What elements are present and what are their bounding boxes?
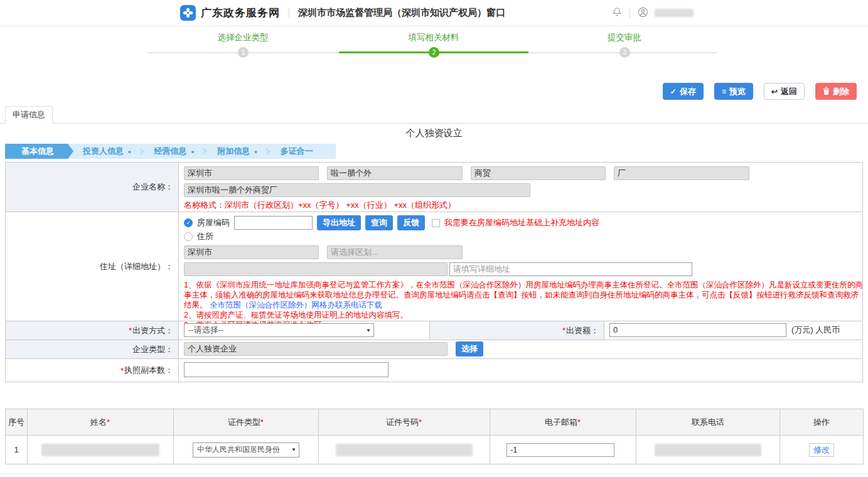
- grid-office-phone-link[interactable]: 全市范围（深汕合作区除外）网格办联系电话下载: [210, 301, 382, 309]
- step-label-3: 提交审批: [562, 32, 687, 43]
- row-index: 1: [6, 436, 28, 464]
- funding-amount-label: *出资额：: [429, 321, 604, 340]
- email-input[interactable]: [506, 443, 614, 457]
- address-label: 住址（详细地址）：: [6, 212, 178, 321]
- company-type-label: 企业类型：: [6, 340, 178, 358]
- phone-redacted: [655, 444, 761, 456]
- header-divider: [630, 8, 630, 18]
- col-name: 姓名*: [28, 409, 174, 436]
- col-cert-no: 证件号码*: [319, 409, 490, 436]
- district-select-input: [327, 245, 463, 259]
- section-subtabs: 基本信息 投资人信息• 经营信息• 附加信息• 多证合一: [5, 144, 336, 159]
- brand-logo-icon: [180, 5, 196, 21]
- house-code-radio-label: 房屋编码: [197, 217, 230, 228]
- delete-button[interactable]: 删除: [815, 83, 857, 100]
- notice-line-2: 2、请按照房产证、租赁凭证等场地使用证明上的地址内容填写。: [184, 310, 864, 320]
- top-header: 广东政务服务网 深圳市市场监督管理局（深圳市知识产权局）窗口: [0, 0, 868, 26]
- col-index: 序号: [6, 409, 28, 436]
- bell-icon[interactable]: [612, 7, 622, 19]
- col-cert-type: 证件类型*: [174, 409, 319, 436]
- check-icon: ✓: [670, 88, 677, 95]
- supplement-address-checkbox-label: 我需要在房屋编码地址基础上补充地址内容: [444, 217, 599, 228]
- col-action: 操作: [780, 409, 864, 436]
- step-label-2: 填写相关材料: [371, 32, 496, 43]
- full-company-name-input: [184, 183, 530, 197]
- header-divider: [289, 8, 289, 18]
- tab-application-info[interactable]: 申请信息: [5, 106, 53, 124]
- subtab-investor-info[interactable]: 投资人信息•: [77, 144, 137, 159]
- subtab-business-info[interactable]: 经营信息•: [148, 144, 201, 159]
- trash-icon: [823, 87, 830, 96]
- funding-method-select[interactable]: --请选择-- ▼: [184, 323, 374, 337]
- col-phone: 联系电话: [636, 409, 780, 436]
- user-avatar-icon[interactable]: [638, 7, 648, 19]
- step-label-1: 选择企业类型: [180, 32, 306, 43]
- name-redacted: [41, 444, 159, 456]
- wizard-stepper: 选择企业类型 填写相关材料 提交审批 1 2 3: [0, 26, 868, 63]
- username-redacted: [655, 9, 694, 17]
- name-format-hint: 名称格式：深圳市（行政区划）+xx（字号） +xx（行业） +xx（组织形式）: [184, 200, 857, 211]
- address-base-input: [184, 262, 447, 276]
- subtab-basic-info[interactable]: 基本信息: [5, 144, 68, 159]
- license-copies-label: *执照副本数：: [6, 359, 178, 382]
- query-button[interactable]: 查询: [365, 215, 393, 230]
- dot-icon: •: [191, 147, 195, 156]
- office-title: 深圳市市场监督管理局（深圳市知识产权局）窗口: [298, 7, 505, 19]
- dropdown-arrow-icon: ▼: [366, 328, 371, 333]
- company-name-label: 企业名称：: [6, 163, 178, 212]
- house-code-radio[interactable]: ✓: [184, 218, 193, 227]
- feedback-button[interactable]: 反馈: [397, 215, 425, 230]
- preview-button[interactable]: ≡ 预览: [714, 83, 753, 100]
- chevron-right-icon: [264, 148, 270, 154]
- page-title: 个人独资设立: [0, 126, 868, 140]
- name-part-region-input: [184, 166, 319, 180]
- funding-method-label: *出资方式：: [6, 321, 178, 340]
- cert-type-select[interactable]: 中华人民共和国居民身份 ▼: [193, 442, 299, 458]
- name-part-orgform-input: [614, 166, 749, 180]
- cert-no-redacted: [336, 444, 473, 456]
- funding-amount-unit: (万元) 人民币: [791, 324, 840, 336]
- dot-icon: •: [254, 147, 257, 156]
- footer-strip: [0, 473, 868, 477]
- back-button[interactable]: ↩ 返回: [764, 83, 805, 100]
- brand-title: 广东政务服务网: [201, 6, 280, 20]
- chevron-right-icon: [137, 148, 144, 154]
- dropdown-arrow-icon: ▼: [291, 447, 296, 453]
- investor-table-header-row: 序号 姓名* 证件类型* 证件号码* 电子邮箱* 联系电话 操作: [6, 409, 864, 436]
- subtab-multi-cert[interactable]: 多证合一: [274, 144, 319, 159]
- step-dot-1: 1: [238, 47, 249, 58]
- select-company-type-button[interactable]: 选择: [456, 341, 483, 356]
- radio-check-icon: ✓: [186, 220, 191, 226]
- license-copies-input[interactable]: [184, 362, 388, 377]
- col-email: 电子邮箱*: [490, 409, 636, 436]
- action-toolbar: ✓ 保存 ≡ 预览 ↩ 返回 删除: [0, 83, 868, 100]
- investor-table: 序号 姓名* 证件类型* 证件号码* 电子邮箱* 联系电话 操作 1 中华人民共…: [5, 409, 864, 464]
- residence-radio-label: 住所: [197, 231, 213, 242]
- investor-row: 1 中华人民共和国居民身份 ▼ 修改: [6, 436, 864, 464]
- basic-info-form: 企业名称： 名称格式：深圳市（行政区划）+xx（字号） +xx（行业） +xx（…: [5, 162, 863, 382]
- chevron-right-icon: [201, 148, 207, 154]
- export-address-button[interactable]: 导出地址: [317, 215, 361, 230]
- residence-radio[interactable]: [184, 232, 193, 241]
- dot-icon: •: [128, 147, 131, 156]
- supplement-address-checkbox[interactable]: [432, 219, 440, 227]
- address-detail-input[interactable]: [449, 262, 692, 276]
- step-dot-3: 3: [619, 47, 630, 58]
- house-code-input[interactable]: [234, 216, 313, 230]
- modify-link[interactable]: 修改: [809, 443, 834, 457]
- tab-strip: 申请信息: [0, 106, 868, 124]
- address-city-input: [184, 245, 319, 259]
- company-type-input: [184, 342, 447, 356]
- back-arrow-icon: ↩: [771, 88, 778, 95]
- save-button[interactable]: ✓ 保存: [663, 83, 704, 100]
- funding-amount-input[interactable]: [609, 323, 786, 337]
- subtab-extra-info[interactable]: 附加信息•: [211, 144, 264, 159]
- name-part-tradename-input: [327, 166, 463, 180]
- list-icon: ≡: [722, 88, 726, 95]
- name-part-industry-input: [471, 166, 606, 180]
- step-dot-2: 2: [429, 47, 439, 58]
